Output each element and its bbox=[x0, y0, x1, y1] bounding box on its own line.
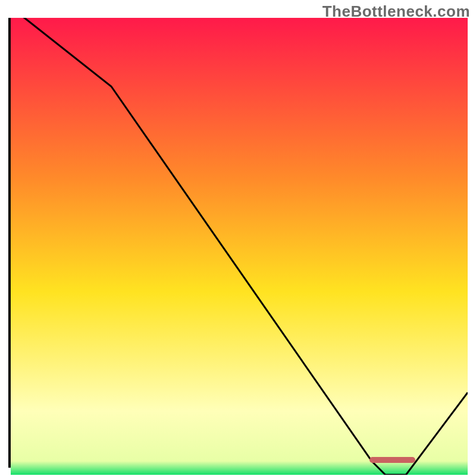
curve-line bbox=[11, 18, 468, 475]
curve-layer bbox=[11, 18, 468, 475]
plot-area bbox=[8, 18, 468, 468]
chart-container: TheBottleneck.com bbox=[0, 0, 476, 476]
optimal-marker bbox=[369, 457, 415, 463]
